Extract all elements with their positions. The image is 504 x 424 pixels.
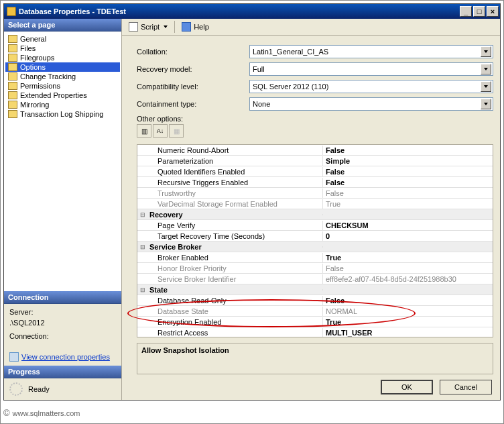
sidebar-item-label: Filegroups	[20, 54, 54, 62]
property-row[interactable]: Restrict AccessMULTI_USER	[137, 327, 493, 337]
property-value[interactable]: False	[322, 178, 493, 187]
close-button[interactable]: ×	[487, 6, 499, 17]
collation-label: Collation:	[137, 48, 249, 56]
sidebar-item-label: Mirroring	[20, 101, 49, 109]
window-title: Database Properties - TDETest	[19, 7, 458, 15]
property-value[interactable]: MULTI_USER	[322, 328, 493, 337]
chevron-down-icon	[164, 25, 168, 28]
property-name: Page Verify	[147, 221, 322, 230]
page-icon	[8, 82, 17, 90]
grid-tool-button[interactable]: ▦	[169, 124, 184, 138]
form-area: Collation: Latin1_General_CI_AS Recovery…	[122, 36, 500, 144]
sidebar-item-options[interactable]: Options	[5, 62, 120, 72]
sidebar-item-extended-properties[interactable]: Extended Properties	[5, 91, 120, 100]
property-value[interactable]: 0	[322, 231, 493, 241]
chevron-down-icon	[481, 46, 491, 57]
recovery-combo[interactable]: Full	[249, 62, 493, 76]
help-button[interactable]: Help	[179, 21, 212, 33]
collapse-icon: ⊟	[137, 211, 147, 218]
property-name: State	[147, 285, 322, 295]
alphabetical-button[interactable]: A↓	[153, 124, 168, 138]
properties-icon	[9, 352, 19, 362]
property-row[interactable]: Database Read-OnlyFalse	[137, 295, 493, 306]
property-row[interactable]: TrustworthyFalse	[137, 188, 493, 199]
progress-panel: Ready	[4, 378, 121, 400]
property-name: Trustworthy	[147, 189, 322, 198]
connection-header: Connection	[4, 291, 121, 304]
property-value[interactable]: True	[322, 253, 493, 262]
contain-combo[interactable]: None	[249, 97, 493, 111]
separator	[174, 21, 175, 33]
select-page-header: Select a page	[4, 19, 121, 32]
script-icon	[129, 22, 138, 32]
sidebar-item-change-tracking[interactable]: Change Tracking	[5, 72, 120, 81]
right-pane: Script Help Collation: Latin1_General_CI…	[122, 19, 500, 400]
collation-combo[interactable]: Latin1_General_CI_AS	[249, 45, 493, 58]
sidebar-item-label: Options	[20, 63, 46, 71]
property-value[interactable]: False	[322, 146, 493, 155]
sidebar-item-filegroups[interactable]: Filegroups	[5, 53, 120, 62]
property-row[interactable]: Encryption EnabledTrue	[137, 317, 493, 327]
page-icon	[8, 101, 17, 109]
property-row[interactable]: Numeric Round-AbortFalse	[137, 145, 493, 156]
sidebar-item-transaction-log-shipping[interactable]: Transaction Log Shipping	[5, 109, 120, 119]
description-panel: Allow Snapshot Isolation	[137, 343, 493, 374]
property-grid[interactable]: Numeric Round-AbortFalseParameterization…	[137, 144, 493, 337]
property-category[interactable]: ⊟State	[137, 284, 493, 295]
sidebar-item-files[interactable]: Files	[5, 44, 120, 53]
cancel-button[interactable]: Cancel	[440, 380, 492, 394]
maximize-button[interactable]: □	[473, 6, 485, 17]
property-name: Service Broker	[147, 242, 322, 252]
property-value[interactable]: True	[322, 317, 493, 327]
view-connection-link[interactable]: View connection properties	[21, 353, 110, 361]
property-row[interactable]: ParameterizationSimple	[137, 156, 493, 166]
sidebar-item-label: Change Tracking	[20, 72, 76, 81]
property-category[interactable]: ⊟Service Broker	[137, 242, 493, 252]
page-icon	[8, 35, 17, 43]
dialog-window: Database Properties - TDETest _ □ × Sele…	[3, 3, 501, 401]
other-options-label: Other options:	[137, 115, 493, 123]
page-icon	[8, 54, 17, 62]
sidebar-item-general[interactable]: General	[5, 34, 120, 44]
sidebar-item-permissions[interactable]: Permissions	[5, 81, 120, 91]
progress-header: Progress	[4, 366, 121, 378]
sidebar-item-label: General	[20, 35, 46, 43]
property-row[interactable]: Database StateNORMAL	[137, 306, 493, 317]
help-label: Help	[194, 23, 209, 31]
property-row[interactable]: Quoted Identifiers EnabledFalse	[137, 166, 493, 177]
chevron-down-icon	[481, 81, 491, 92]
sidebar-item-label: Permissions	[20, 82, 60, 90]
property-value[interactable]: CHECKSUM	[322, 221, 493, 230]
property-row[interactable]: Broker EnabledTrue	[137, 252, 493, 263]
property-category[interactable]: ⊟Recovery	[137, 209, 493, 220]
compat-combo[interactable]: SQL Server 2012 (110)	[249, 80, 493, 93]
sidebar-item-mirroring[interactable]: Mirroring	[5, 100, 120, 109]
property-name: Quoted Identifiers Enabled	[147, 167, 322, 176]
sidebar-item-label: Transaction Log Shipping	[20, 110, 103, 118]
property-value: True	[322, 199, 493, 209]
connection-label: Connection:	[9, 332, 116, 340]
property-value[interactable]: False	[322, 296, 493, 305]
property-row[interactable]: Service Broker Identifiereff8efe2-af07-4…	[137, 274, 493, 284]
script-button[interactable]: Script	[126, 21, 170, 33]
property-value: NORMAL	[322, 307, 493, 316]
minimize-button[interactable]: _	[460, 6, 472, 17]
ok-button[interactable]: OK	[381, 380, 433, 394]
recovery-label: Recovery model:	[137, 65, 249, 73]
left-pane: Select a page GeneralFilesFilegroupsOpti…	[4, 19, 122, 400]
property-row[interactable]: Recursive Triggers EnabledFalse	[137, 177, 493, 188]
titlebar: Database Properties - TDETest _ □ ×	[4, 4, 500, 19]
page-frame: Database Properties - TDETest _ □ × Sele…	[0, 0, 504, 424]
property-value[interactable]: False	[322, 167, 493, 176]
property-row[interactable]: Target Recovery Time (Seconds)0	[137, 231, 493, 242]
property-row[interactable]: VarDecimal Storage Format EnabledTrue	[137, 199, 493, 209]
page-icon	[8, 72, 17, 81]
property-row[interactable]: Honor Broker PriorityFalse	[137, 263, 493, 274]
progress-text: Ready	[28, 385, 50, 393]
collapse-icon: ⊟	[137, 286, 147, 293]
property-row[interactable]: Page VerifyCHECKSUM	[137, 220, 493, 231]
property-name: Parameterization	[147, 156, 322, 166]
categorized-button[interactable]: ▥	[137, 124, 151, 138]
property-name: VarDecimal Storage Format Enabled	[147, 199, 322, 209]
property-value[interactable]: Simple	[322, 156, 493, 166]
